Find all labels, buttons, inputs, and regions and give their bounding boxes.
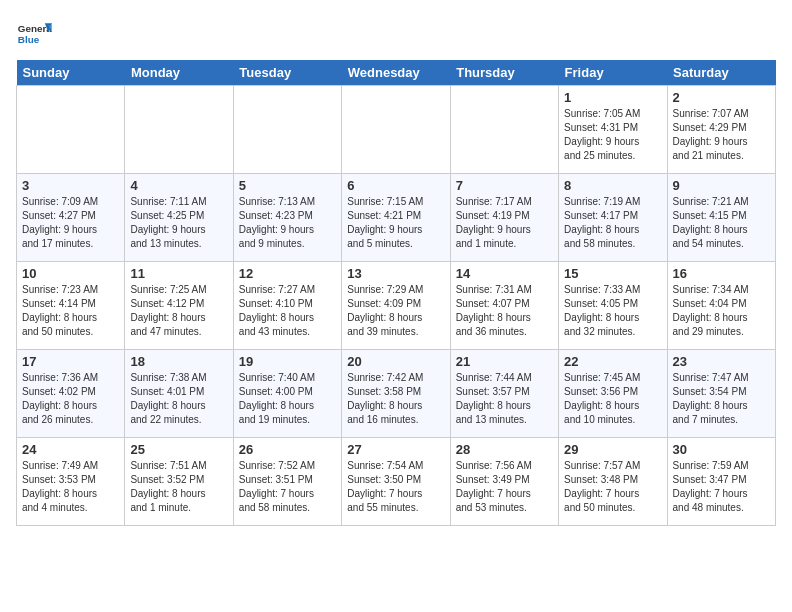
day-number: 16 <box>673 266 770 281</box>
day-number: 23 <box>673 354 770 369</box>
day-number: 1 <box>564 90 661 105</box>
week-row-1: 3Sunrise: 7:09 AM Sunset: 4:27 PM Daylig… <box>17 174 776 262</box>
day-info: Sunrise: 7:51 AM Sunset: 3:52 PM Dayligh… <box>130 459 227 515</box>
day-info: Sunrise: 7:09 AM Sunset: 4:27 PM Dayligh… <box>22 195 119 251</box>
calendar-cell: 6Sunrise: 7:15 AM Sunset: 4:21 PM Daylig… <box>342 174 450 262</box>
day-number: 24 <box>22 442 119 457</box>
day-number: 25 <box>130 442 227 457</box>
day-info: Sunrise: 7:33 AM Sunset: 4:05 PM Dayligh… <box>564 283 661 339</box>
day-info: Sunrise: 7:57 AM Sunset: 3:48 PM Dayligh… <box>564 459 661 515</box>
logo-icon: General Blue <box>16 16 52 52</box>
calendar-cell: 7Sunrise: 7:17 AM Sunset: 4:19 PM Daylig… <box>450 174 558 262</box>
calendar-cell: 1Sunrise: 7:05 AM Sunset: 4:31 PM Daylig… <box>559 86 667 174</box>
calendar-cell: 29Sunrise: 7:57 AM Sunset: 3:48 PM Dayli… <box>559 438 667 526</box>
day-info: Sunrise: 7:59 AM Sunset: 3:47 PM Dayligh… <box>673 459 770 515</box>
day-number: 4 <box>130 178 227 193</box>
calendar-cell: 17Sunrise: 7:36 AM Sunset: 4:02 PM Dayli… <box>17 350 125 438</box>
day-info: Sunrise: 7:07 AM Sunset: 4:29 PM Dayligh… <box>673 107 770 163</box>
week-row-2: 10Sunrise: 7:23 AM Sunset: 4:14 PM Dayli… <box>17 262 776 350</box>
calendar-cell: 23Sunrise: 7:47 AM Sunset: 3:54 PM Dayli… <box>667 350 775 438</box>
svg-text:Blue: Blue <box>18 34 40 45</box>
calendar-cell: 28Sunrise: 7:56 AM Sunset: 3:49 PM Dayli… <box>450 438 558 526</box>
calendar-cell <box>125 86 233 174</box>
calendar-cell: 10Sunrise: 7:23 AM Sunset: 4:14 PM Dayli… <box>17 262 125 350</box>
day-number: 10 <box>22 266 119 281</box>
day-number: 2 <box>673 90 770 105</box>
calendar-cell <box>450 86 558 174</box>
calendar-cell: 11Sunrise: 7:25 AM Sunset: 4:12 PM Dayli… <box>125 262 233 350</box>
calendar-header-row: SundayMondayTuesdayWednesdayThursdayFrid… <box>17 60 776 86</box>
day-number: 21 <box>456 354 553 369</box>
calendar-cell: 9Sunrise: 7:21 AM Sunset: 4:15 PM Daylig… <box>667 174 775 262</box>
day-number: 28 <box>456 442 553 457</box>
calendar-cell: 30Sunrise: 7:59 AM Sunset: 3:47 PM Dayli… <box>667 438 775 526</box>
calendar-cell: 16Sunrise: 7:34 AM Sunset: 4:04 PM Dayli… <box>667 262 775 350</box>
day-header-thursday: Thursday <box>450 60 558 86</box>
header: General Blue <box>16 16 776 52</box>
day-number: 22 <box>564 354 661 369</box>
day-info: Sunrise: 7:17 AM Sunset: 4:19 PM Dayligh… <box>456 195 553 251</box>
day-number: 5 <box>239 178 336 193</box>
calendar-cell: 26Sunrise: 7:52 AM Sunset: 3:51 PM Dayli… <box>233 438 341 526</box>
calendar-cell: 13Sunrise: 7:29 AM Sunset: 4:09 PM Dayli… <box>342 262 450 350</box>
day-info: Sunrise: 7:54 AM Sunset: 3:50 PM Dayligh… <box>347 459 444 515</box>
day-info: Sunrise: 7:21 AM Sunset: 4:15 PM Dayligh… <box>673 195 770 251</box>
day-info: Sunrise: 7:05 AM Sunset: 4:31 PM Dayligh… <box>564 107 661 163</box>
calendar-cell: 21Sunrise: 7:44 AM Sunset: 3:57 PM Dayli… <box>450 350 558 438</box>
calendar-body: 1Sunrise: 7:05 AM Sunset: 4:31 PM Daylig… <box>17 86 776 526</box>
day-info: Sunrise: 7:34 AM Sunset: 4:04 PM Dayligh… <box>673 283 770 339</box>
day-info: Sunrise: 7:45 AM Sunset: 3:56 PM Dayligh… <box>564 371 661 427</box>
day-number: 15 <box>564 266 661 281</box>
day-info: Sunrise: 7:56 AM Sunset: 3:49 PM Dayligh… <box>456 459 553 515</box>
day-number: 27 <box>347 442 444 457</box>
day-number: 18 <box>130 354 227 369</box>
calendar-cell: 22Sunrise: 7:45 AM Sunset: 3:56 PM Dayli… <box>559 350 667 438</box>
day-number: 19 <box>239 354 336 369</box>
day-number: 12 <box>239 266 336 281</box>
day-number: 11 <box>130 266 227 281</box>
day-info: Sunrise: 7:40 AM Sunset: 4:00 PM Dayligh… <box>239 371 336 427</box>
day-header-tuesday: Tuesday <box>233 60 341 86</box>
week-row-3: 17Sunrise: 7:36 AM Sunset: 4:02 PM Dayli… <box>17 350 776 438</box>
day-number: 9 <box>673 178 770 193</box>
day-header-saturday: Saturday <box>667 60 775 86</box>
calendar-cell: 14Sunrise: 7:31 AM Sunset: 4:07 PM Dayli… <box>450 262 558 350</box>
day-number: 6 <box>347 178 444 193</box>
day-info: Sunrise: 7:49 AM Sunset: 3:53 PM Dayligh… <box>22 459 119 515</box>
day-number: 8 <box>564 178 661 193</box>
day-number: 26 <box>239 442 336 457</box>
day-info: Sunrise: 7:23 AM Sunset: 4:14 PM Dayligh… <box>22 283 119 339</box>
calendar-cell: 2Sunrise: 7:07 AM Sunset: 4:29 PM Daylig… <box>667 86 775 174</box>
calendar-cell: 12Sunrise: 7:27 AM Sunset: 4:10 PM Dayli… <box>233 262 341 350</box>
day-number: 3 <box>22 178 119 193</box>
calendar-cell: 18Sunrise: 7:38 AM Sunset: 4:01 PM Dayli… <box>125 350 233 438</box>
day-number: 30 <box>673 442 770 457</box>
calendar-cell: 25Sunrise: 7:51 AM Sunset: 3:52 PM Dayli… <box>125 438 233 526</box>
day-number: 17 <box>22 354 119 369</box>
day-info: Sunrise: 7:36 AM Sunset: 4:02 PM Dayligh… <box>22 371 119 427</box>
day-number: 20 <box>347 354 444 369</box>
day-number: 7 <box>456 178 553 193</box>
calendar-cell: 20Sunrise: 7:42 AM Sunset: 3:58 PM Dayli… <box>342 350 450 438</box>
week-row-4: 24Sunrise: 7:49 AM Sunset: 3:53 PM Dayli… <box>17 438 776 526</box>
day-number: 29 <box>564 442 661 457</box>
calendar-cell: 19Sunrise: 7:40 AM Sunset: 4:00 PM Dayli… <box>233 350 341 438</box>
day-header-monday: Monday <box>125 60 233 86</box>
calendar-cell: 24Sunrise: 7:49 AM Sunset: 3:53 PM Dayli… <box>17 438 125 526</box>
calendar-table: SundayMondayTuesdayWednesdayThursdayFrid… <box>16 60 776 526</box>
day-header-wednesday: Wednesday <box>342 60 450 86</box>
day-number: 13 <box>347 266 444 281</box>
calendar-cell <box>342 86 450 174</box>
calendar-cell: 5Sunrise: 7:13 AM Sunset: 4:23 PM Daylig… <box>233 174 341 262</box>
day-header-sunday: Sunday <box>17 60 125 86</box>
logo: General Blue <box>16 16 52 52</box>
calendar-cell <box>233 86 341 174</box>
day-info: Sunrise: 7:29 AM Sunset: 4:09 PM Dayligh… <box>347 283 444 339</box>
day-info: Sunrise: 7:52 AM Sunset: 3:51 PM Dayligh… <box>239 459 336 515</box>
day-number: 14 <box>456 266 553 281</box>
day-info: Sunrise: 7:31 AM Sunset: 4:07 PM Dayligh… <box>456 283 553 339</box>
day-info: Sunrise: 7:47 AM Sunset: 3:54 PM Dayligh… <box>673 371 770 427</box>
day-info: Sunrise: 7:19 AM Sunset: 4:17 PM Dayligh… <box>564 195 661 251</box>
day-info: Sunrise: 7:11 AM Sunset: 4:25 PM Dayligh… <box>130 195 227 251</box>
day-info: Sunrise: 7:25 AM Sunset: 4:12 PM Dayligh… <box>130 283 227 339</box>
